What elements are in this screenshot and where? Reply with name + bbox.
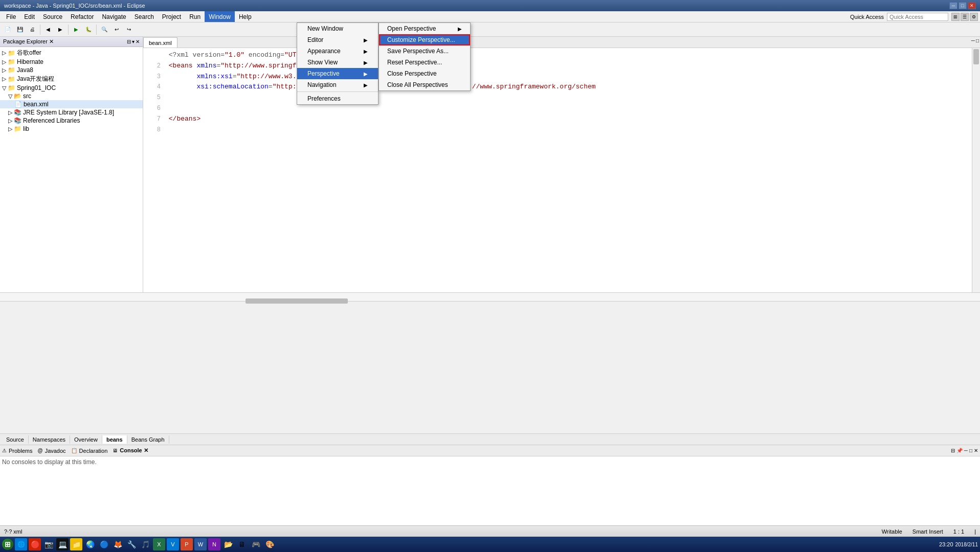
taskbar-app4[interactable]: 🖥 (236, 538, 248, 550)
taskbar-app1[interactable]: 🔴 (29, 538, 41, 550)
taskbar-firefox[interactable]: 🦊 (112, 538, 124, 550)
editor-content[interactable]: <?xml version="1.0" encoding="UTF-8"?> 2… (143, 48, 980, 292)
tree-item-beanxml[interactable]: 📄 bean.xml (0, 100, 143, 108)
scrollbar-thumb[interactable] (973, 49, 979, 64)
folder-icon: ▷ (8, 118, 12, 124)
menu-source[interactable]: Source (39, 11, 66, 22)
taskbar-word[interactable]: W (194, 538, 207, 550)
tree-item-lib[interactable]: ▷ 📁 lib (0, 125, 143, 133)
editor-max[interactable]: □ (976, 38, 979, 43)
pe-menu[interactable]: ▾ (132, 39, 135, 44)
menu-help[interactable]: Help (235, 11, 256, 22)
taskbar-ppt[interactable]: P (181, 538, 193, 550)
scrollbar-vertical[interactable] (972, 48, 980, 292)
console-close[interactable]: ✕ (974, 448, 978, 453)
taskbar-media[interactable]: 🎵 (139, 538, 151, 550)
menu-run[interactable]: Run (185, 11, 205, 22)
maximize-button[interactable]: □ (959, 2, 967, 9)
tree-item-spring01[interactable]: ▽ 📁 Spring01_IOC (0, 84, 143, 92)
menu-show-view[interactable]: Show View ▶ (297, 57, 378, 68)
menu-project[interactable]: Project (158, 11, 185, 22)
undo-btn[interactable]: ↩ (111, 24, 122, 35)
folder-icon-8: 📁 (14, 125, 21, 132)
tab-source[interactable]: Source (2, 435, 29, 444)
tree-item-java8[interactable]: ▷ 📁 Java8 (0, 66, 143, 74)
taskbar-terminal[interactable]: 💻 (56, 538, 69, 550)
open-perspective-item[interactable]: Open Perspective ▶ (379, 23, 470, 34)
taskbar-excel[interactable]: X (153, 538, 165, 550)
menu-editor[interactable]: Editor ▶ (297, 34, 378, 45)
menu-edit[interactable]: Edit (20, 11, 39, 22)
taskbar-ie[interactable]: 🌐 (15, 538, 27, 550)
tab-problems[interactable]: Problems (9, 448, 32, 454)
folder-icon-2: 📁 (8, 50, 15, 57)
tab-overview[interactable]: Overview (70, 435, 102, 444)
reset-perspective-item[interactable]: Reset Perspective... (379, 57, 470, 68)
toolbar-icon-3[interactable]: ⚙ (970, 13, 978, 21)
taskbar-visio[interactable]: V (167, 538, 179, 550)
menu-perspective[interactable]: Perspective ▶ (297, 68, 378, 79)
taskbar-chrome[interactable]: 🌏 (84, 538, 96, 550)
taskbar-explorer[interactable]: 📁 (70, 538, 82, 550)
editor-tab-beanxml[interactable]: bean.xml (143, 37, 177, 48)
tree-item-hibernate[interactable]: ▷ 📁 Hibernate (0, 58, 143, 66)
taskbar-app5[interactable]: 🎮 (250, 538, 262, 550)
print-btn[interactable]: 🖨 (27, 24, 38, 35)
search-btn[interactable]: 🔍 (99, 24, 110, 35)
forward-btn[interactable]: ▶ (55, 24, 66, 35)
close-perspective-item[interactable]: Close Perspective (379, 68, 470, 79)
console-pin[interactable]: 📌 (956, 448, 963, 453)
quick-access-input[interactable] (887, 13, 948, 21)
console-icon: 🖥 (113, 448, 118, 453)
console-clear[interactable]: ⊟ (951, 448, 955, 453)
tree-item-reflibs[interactable]: ▷ 📚 Referenced Libraries (0, 117, 143, 125)
close-button[interactable]: ✕ (968, 2, 976, 9)
close-all-perspectives-item[interactable]: Close All Perspectives (379, 79, 470, 90)
taskbar-files[interactable]: 📂 (222, 538, 234, 550)
pe-collapse[interactable]: ⊟ (127, 39, 131, 44)
toolbar-icon-2[interactable]: ☰ (961, 13, 969, 21)
menu-navigate[interactable]: Navigate (98, 11, 130, 22)
redo-btn[interactable]: ↪ (123, 24, 135, 35)
new-btn[interactable]: 📄 (2, 24, 13, 35)
menu-search[interactable]: Search (130, 11, 158, 22)
taskbar-date: 2018/2/11 (955, 542, 978, 547)
console-maximize[interactable]: □ (969, 448, 972, 453)
pe-close[interactable]: ✕ (136, 39, 140, 44)
tab-namespaces[interactable]: Namespaces (29, 435, 70, 444)
taskbar-app2[interactable]: 📷 (42, 538, 55, 550)
tab-console[interactable]: Console ✕ (120, 447, 148, 454)
save-btn[interactable]: 💾 (14, 24, 26, 35)
taskbar-onenote[interactable]: N (208, 538, 220, 550)
editor-min[interactable]: ─ (971, 38, 975, 43)
customize-perspective-item[interactable]: Customize Perspective... (379, 34, 470, 45)
h-scrollbar-thumb[interactable] (246, 298, 348, 304)
menu-appearance[interactable]: Appearance ▶ (297, 45, 378, 57)
menu-navigation[interactable]: Navigation ▶ (297, 79, 378, 90)
tab-beans-graph[interactable]: Beans Graph (127, 435, 169, 444)
start-button[interactable]: ⊞ (2, 539, 13, 550)
tab-declaration[interactable]: Declaration (79, 448, 108, 454)
taskbar-app6[interactable]: 🎨 (263, 538, 276, 550)
debug-btn[interactable]: 🐛 (83, 24, 94, 35)
tab-javadoc[interactable]: Javadoc (45, 448, 66, 454)
tree-item-javadev[interactable]: ▷ 📁 Java开发编程 (0, 74, 143, 84)
taskbar-app3[interactable]: 🔵 (98, 538, 110, 550)
minimize-button[interactable]: ─ (949, 2, 957, 9)
tree-item-jre[interactable]: ▷ 📚 JRE System Library [JavaSE-1.8] (0, 108, 143, 117)
toolbar-icon-1[interactable]: ⊞ (951, 13, 960, 21)
code-line-1: <?xml version="1.0" encoding="UTF-8"?> (145, 50, 978, 61)
menu-preferences[interactable]: Preferences (297, 93, 378, 104)
menu-window[interactable]: Window (205, 11, 235, 22)
menu-file[interactable]: File (2, 11, 20, 22)
menu-refactor[interactable]: Refactor (66, 11, 98, 22)
back-btn[interactable]: ◀ (42, 24, 54, 35)
tab-beans[interactable]: beans (102, 435, 127, 444)
console-minimize[interactable]: ─ (964, 448, 968, 453)
taskbar-tools[interactable]: 🔧 (125, 538, 138, 550)
run-btn[interactable]: ▶ (71, 24, 82, 35)
tree-item-offer[interactable]: ▷ 📁 谷歌offer (0, 48, 143, 58)
menu-new-window[interactable]: New Window (297, 23, 378, 34)
save-perspective-item[interactable]: Save Perspective As... (379, 45, 470, 57)
tree-item-src[interactable]: ▽ 📂 src (0, 92, 143, 100)
